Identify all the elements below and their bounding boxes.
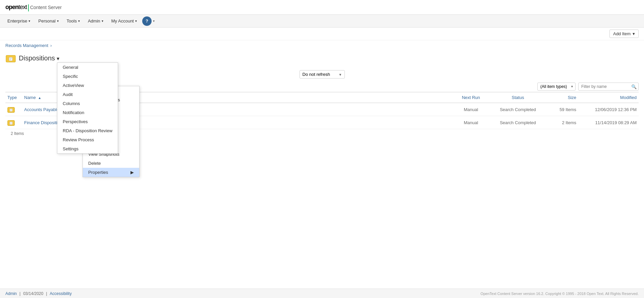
row-status-cell: Search Completed (491, 103, 545, 116)
nav-personal[interactable]: Personal ▾ (34, 15, 62, 28)
row-modified-cell: 12/06/2019 12:36 PM (578, 103, 639, 116)
copyright-text: OpenText Content Server version 16.2. Co… (481, 292, 639, 296)
nav-bar: Enterprise ▾ Personal ▾ Tools ▾ Admin ▾ … (0, 15, 644, 28)
breadcrumb-sep: › (50, 43, 52, 48)
col-header-size[interactable]: Size (545, 92, 578, 103)
disposition-icon (7, 106, 15, 113)
logo-opentext: opentext (5, 4, 27, 11)
sort-asc-icon: ▲ (38, 96, 41, 100)
row-status-cell: Search Completed (491, 116, 545, 129)
col-header-modified[interactable]: Modified (578, 92, 639, 103)
submenu-audit[interactable]: Audit (57, 90, 118, 99)
help-button[interactable]: ? (142, 16, 152, 26)
disposition-icon (7, 119, 15, 126)
search-icon[interactable]: 🔍 (631, 84, 637, 89)
svg-rect-9 (8, 107, 10, 108)
col-header-type[interactable]: Type (5, 92, 22, 103)
submenu-perspectives[interactable]: Perspectives (57, 117, 118, 126)
submenu-specific[interactable]: Specific (57, 72, 118, 81)
chevron-down-icon: ▾ (29, 19, 30, 23)
type-filter-select[interactable]: (All item types) (537, 83, 576, 91)
row-size-cell: 2 Items (545, 116, 578, 129)
col-header-nextrun[interactable]: Next Run (451, 92, 491, 103)
col-header-status[interactable]: Status (491, 92, 545, 103)
refresh-wrapper: Do not refresh Every 2 minutes Every 5 m… (300, 70, 345, 79)
status-bar-separator2: | (46, 291, 47, 296)
breadcrumb-parent[interactable]: Records Management (5, 43, 48, 48)
context-menu-properties[interactable]: Properties ▶ (83, 168, 139, 177)
submenu-activeview[interactable]: ActiveView (57, 81, 118, 90)
nav-admin[interactable]: Admin ▾ (84, 15, 107, 28)
row-type-cell (5, 103, 22, 116)
row-modified-cell: 11/14/2019 08:29 AM (578, 116, 639, 129)
admin-link[interactable]: Admin (5, 291, 17, 296)
properties-submenu: General Specific ActiveView Audit Column… (57, 62, 118, 154)
logo-content-server: Content Server (30, 5, 62, 10)
refresh-select[interactable]: Do not refresh Every 2 minutes Every 5 m… (300, 70, 345, 79)
submenu-review-process[interactable]: Review Process (57, 135, 118, 144)
submenu-rda[interactable]: RDA - Disposition Review (57, 126, 118, 135)
dispositions-icon (5, 53, 16, 63)
accessibility-link[interactable]: Accessibility (50, 291, 71, 296)
nav-tools[interactable]: Tools ▾ (63, 15, 84, 28)
chevron-down-icon: ▾ (135, 19, 137, 23)
page-title-caret: ▾ (57, 56, 59, 61)
row-nextrun-cell: Manual (451, 116, 491, 129)
chevron-down-icon: ▾ (57, 19, 59, 23)
logo-pipe: | (28, 3, 30, 12)
logo: opentext | Content Server (5, 3, 62, 12)
svg-rect-2 (6, 55, 10, 57)
toolbar: Add Item ▾ (0, 28, 644, 40)
row-size-cell: 59 Items (545, 103, 578, 116)
chevron-down-icon: ▾ (102, 19, 103, 23)
submenu-notification[interactable]: Notification (57, 108, 118, 117)
add-item-button[interactable]: Add Item ▾ (609, 30, 639, 38)
row-nextrun-cell: Manual (451, 103, 491, 116)
help-caret: ▾ (153, 19, 155, 23)
status-bar: Admin | 03/14/2020 | Accessibility OpenT… (0, 289, 644, 298)
breadcrumb: Records Management › (0, 40, 644, 51)
status-bar-date: 03/14/2020 (23, 291, 43, 296)
page-title[interactable]: Dispositions ▾ (19, 54, 59, 62)
chevron-down-icon: ▾ (633, 31, 635, 36)
row-type-cell (5, 116, 22, 129)
top-bar: opentext | Content Server (0, 0, 644, 15)
context-menu-delete[interactable]: Delete (83, 159, 139, 168)
submenu-settings[interactable]: Settings (57, 144, 118, 153)
status-bar-separator: | (19, 291, 20, 296)
submenu-arrow-icon: ▶ (130, 170, 134, 175)
nav-enterprise[interactable]: Enterprise ▾ (3, 15, 34, 28)
submenu-columns[interactable]: Columns (57, 99, 118, 108)
svg-rect-16 (8, 120, 10, 121)
type-select-wrapper: (All item types) (537, 83, 576, 91)
chevron-down-icon: ▾ (78, 19, 80, 23)
filter-by-name-input[interactable] (578, 83, 639, 91)
filter-input-wrapper: 🔍 (578, 83, 639, 91)
nav-myaccount[interactable]: My Account ▾ (107, 15, 141, 28)
submenu-general[interactable]: General (57, 63, 118, 72)
